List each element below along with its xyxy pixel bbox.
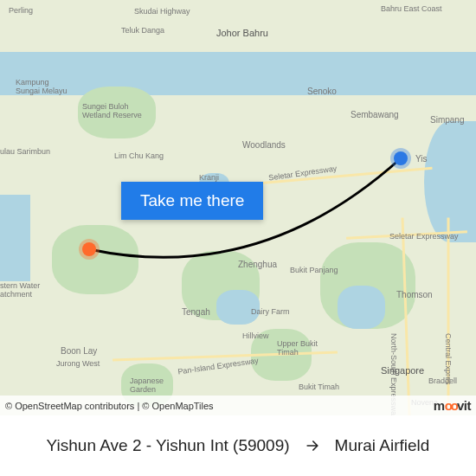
water-region [0,195,30,281]
park-region [52,225,138,294]
water-region [424,121,476,242]
attribution-text: © OpenStreetMap contributors | © OpenMap… [5,401,214,411]
moovit-logo: moovit [434,398,471,413]
road [447,218,450,408]
route-from: Yishun Ave 2 - Yishun Int (59009) [47,436,290,455]
reservoir [216,290,260,325]
park-region [78,87,156,138]
route-footer: Yishun Ave 2 - Yishun Int (59009) Murai … [0,415,476,476]
take-me-there-button[interactable]: Take me there [121,182,263,220]
destination-marker[interactable] [82,242,96,256]
arrow-right-icon [304,437,321,454]
origin-marker[interactable] [394,151,408,165]
reservoir [338,286,385,329]
land-region [0,0,476,56]
route-to: Murai Airfield [335,436,430,455]
map-attribution: © OpenStreetMap contributors | © OpenMap… [0,396,476,415]
map[interactable]: Johor Bahru Skudai Highway Teluk Danga B… [0,0,476,415]
